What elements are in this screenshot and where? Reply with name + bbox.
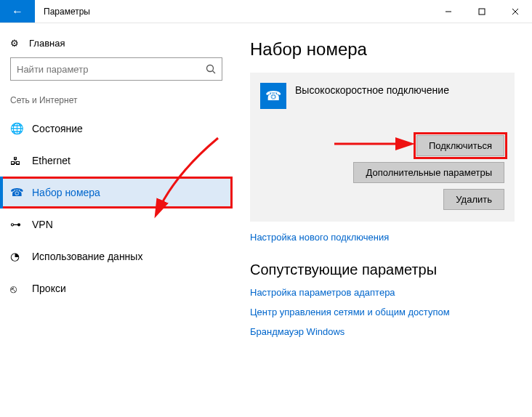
proxy-icon: ⎋ [10, 283, 32, 295]
connect-button[interactable]: Подключиться [416, 135, 504, 156]
sidebar-item-vpn[interactable]: ⊶ VPN [0, 208, 233, 240]
sidebar-item-label: VPN [32, 219, 53, 230]
window-controls [432, 0, 532, 23]
advanced-button[interactable]: Дополнительные параметры [353, 162, 504, 183]
sidebar-item-datausage[interactable]: ◔ Использование данных [0, 240, 233, 272]
sidebar-item-proxy[interactable]: ⎋ Прокси [0, 272, 233, 304]
minimize-icon [445, 8, 452, 15]
vpn-icon: ⊶ [10, 218, 32, 231]
related-link-firewall[interactable]: Брандмауэр Windows [250, 326, 515, 337]
sidebar: ⚙ Главная Сеть и Интернет 🌐 Состояние 🖧 … [0, 23, 233, 417]
maximize-button[interactable] [465, 0, 499, 23]
sidebar-item-label: Состояние [32, 123, 83, 134]
close-icon [512, 8, 519, 15]
sidebar-home[interactable]: ⚙ Главная [0, 32, 233, 57]
svg-rect-1 [479, 9, 485, 15]
delete-button[interactable]: Удалить [443, 189, 504, 210]
globe-icon: 🌐 [10, 122, 32, 135]
main-pane: Набор номера ☎ Высокоскоростное подключе… [233, 23, 532, 417]
related-title: Сопутствующие параметры [250, 262, 515, 278]
sidebar-item-ethernet[interactable]: 🖧 Ethernet [0, 145, 233, 177]
svg-point-4 [207, 65, 214, 72]
maximize-icon [478, 8, 485, 15]
sidebar-home-label: Главная [29, 38, 65, 49]
search-box[interactable] [10, 57, 222, 81]
sidebar-item-label: Ethernet [32, 155, 70, 166]
close-button[interactable] [499, 0, 532, 23]
sidebar-item-label: Использование данных [32, 251, 142, 262]
search-input[interactable] [17, 64, 216, 75]
svg-line-5 [213, 71, 216, 74]
data-usage-icon: ◔ [10, 250, 32, 263]
window-title: Параметры [35, 0, 99, 23]
back-button[interactable]: ← [0, 0, 35, 23]
phone-icon: ☎ [10, 186, 32, 199]
sidebar-item-dialup[interactable]: ☎ Набор номера [0, 177, 233, 208]
sidebar-category: Сеть и Интернет [0, 92, 233, 113]
connection-name[interactable]: Высокоскоростное подключение [295, 83, 449, 96]
new-connection-link[interactable]: Настройка нового подключения [250, 232, 515, 243]
connection-panel: ☎ Высокоскоростное подключение Подключит… [250, 73, 515, 222]
page-title: Набор номера [250, 39, 515, 60]
connection-icon: ☎ [260, 83, 286, 109]
sidebar-item-status[interactable]: 🌐 Состояние [0, 113, 233, 145]
arrow-left-icon: ← [12, 5, 23, 18]
related-link-sharing[interactable]: Центр управления сетями и общим доступом [250, 307, 515, 317]
minimize-button[interactable] [432, 0, 465, 23]
gear-icon: ⚙ [10, 38, 29, 49]
titlebar: ← Параметры [0, 0, 532, 23]
related-link-adapter[interactable]: Настройка параметров адаптера [250, 287, 515, 298]
ethernet-icon: 🖧 [10, 155, 32, 167]
sidebar-item-label: Прокси [32, 283, 66, 294]
sidebar-item-label: Набор номера [32, 187, 100, 198]
search-icon [206, 64, 216, 74]
